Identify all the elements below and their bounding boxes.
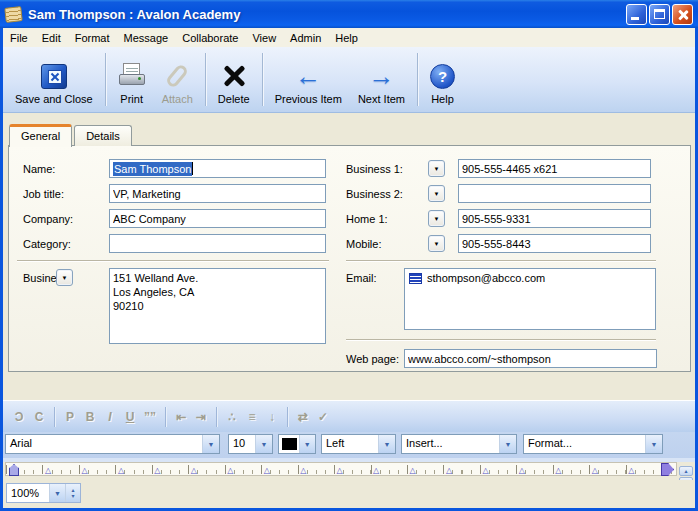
chevron-down-icon[interactable]: ▼ (378, 435, 395, 453)
format-combo[interactable]: Format... ▼ (523, 434, 663, 454)
business1-input[interactable] (458, 159, 651, 178)
bold-icon: B (80, 410, 100, 424)
menu-view[interactable]: View (245, 30, 283, 46)
delete-label: Delete (218, 93, 250, 105)
menu-file[interactable]: File (3, 30, 35, 46)
tabstop-marker[interactable]: △ (337, 467, 343, 475)
chevron-down-icon[interactable]: ▼ (645, 435, 662, 453)
alignment-value: Left (322, 435, 378, 453)
paperclip-icon (165, 63, 190, 89)
category-input[interactable] (109, 234, 326, 253)
menu-format[interactable]: Format (68, 30, 117, 46)
business1-label: Business 1: (346, 163, 403, 175)
mobile-input[interactable] (458, 234, 651, 253)
insert-combo[interactable]: Insert... ▼ (401, 434, 517, 454)
indent-increase-icon: ⇥ (191, 410, 211, 424)
format-separator (216, 407, 217, 427)
titlebar[interactable]: Sam Thompson : Avalon Academy (0, 0, 698, 28)
text-caret (192, 162, 193, 175)
ruler[interactable]: △△△△△△△△△△△△△△△△△ (5, 462, 677, 476)
help-label: Help (431, 93, 454, 105)
tabstop-marker[interactable]: △ (300, 467, 306, 475)
email-label: Email: (346, 272, 377, 284)
tabstop-marker[interactable]: △ (118, 467, 124, 475)
menu-edit[interactable]: Edit (35, 30, 68, 46)
next-item-button[interactable]: → Next Item (350, 47, 413, 112)
menu-message[interactable]: Message (117, 30, 176, 46)
name-input[interactable]: Sam Thompson (109, 159, 326, 178)
previous-item-button[interactable]: ← Previous Item (267, 47, 350, 112)
business2-input[interactable] (458, 184, 651, 203)
zoom-down-icon[interactable]: ▾ (71, 493, 74, 499)
tab-general[interactable]: General (9, 124, 72, 147)
delete-button[interactable]: Delete (210, 47, 258, 112)
print-button[interactable]: Print (110, 47, 154, 112)
tabstop-marker[interactable]: △ (264, 467, 270, 475)
font-family-combo[interactable]: Arial ▼ (5, 434, 220, 454)
company-input[interactable] (109, 209, 326, 228)
dropdown-triangle-icon: ▼ (434, 216, 440, 222)
minimize-button[interactable] (626, 4, 647, 25)
help-button[interactable]: ? Help (422, 47, 463, 112)
job-title-input[interactable] (109, 184, 326, 203)
chevron-down-icon[interactable]: ▼ (299, 435, 315, 453)
chevron-down-icon[interactable]: ▼ (202, 435, 219, 453)
paragraph-style-icon: P (60, 410, 80, 424)
zoom-dropdown-button[interactable]: ▼ (49, 484, 65, 502)
tabstop-marker[interactable]: △ (81, 467, 87, 475)
line-spacing-icon: ∴ (222, 410, 242, 424)
tabstop-marker[interactable]: △ (555, 467, 561, 475)
tabstop-marker[interactable]: △ (154, 467, 160, 475)
font-size-combo[interactable]: 10 ▼ (228, 434, 273, 454)
client-area: File Edit Format Message Collaborate Vie… (3, 28, 695, 508)
chevron-down-icon[interactable]: ▼ (499, 435, 516, 453)
home1-selector-button[interactable]: ▼ (428, 210, 445, 227)
menu-help[interactable]: Help (328, 30, 365, 46)
main-toolbar: Save and Close Print Attach Delete ← Pre… (3, 47, 695, 113)
business-address-selector-button[interactable]: ▼ (56, 269, 73, 286)
maximize-icon (654, 9, 665, 19)
email-input[interactable]: sthompson@abcco.com (404, 268, 656, 330)
tab-details[interactable]: Details (74, 125, 132, 146)
save-and-close-label: Save and Close (15, 93, 93, 105)
color-swatch (282, 438, 297, 450)
menu-admin[interactable]: Admin (283, 30, 328, 46)
webpage-input[interactable] (404, 349, 657, 368)
tabstop-marker[interactable]: △ (191, 467, 197, 475)
chevron-down-icon[interactable]: ▼ (255, 435, 272, 453)
format-separator (165, 407, 166, 427)
font-family-value: Arial (6, 435, 202, 453)
tabstop-marker[interactable]: △ (227, 467, 233, 475)
mobile-selector-button[interactable]: ▼ (428, 235, 445, 252)
tabstop-marker[interactable]: △ (45, 467, 51, 475)
zoom-spinner[interactable]: ▴ ▾ (65, 484, 80, 502)
paragraph-spacing-icon: ≡ (242, 410, 262, 424)
print-label: Print (120, 93, 143, 105)
close-button[interactable] (672, 4, 693, 25)
business1-selector-button[interactable]: ▼ (428, 160, 445, 177)
tabstop-marker[interactable]: △ (446, 467, 452, 475)
contact-window: Sam Thompson : Avalon Academy File Edit … (0, 0, 698, 511)
tabstop-marker[interactable]: △ (482, 467, 488, 475)
save-and-close-button[interactable]: Save and Close (7, 47, 101, 112)
tabstop-marker[interactable]: △ (410, 467, 416, 475)
home1-label: Home 1: (346, 213, 388, 225)
maximize-button[interactable] (649, 4, 670, 25)
font-color-combo[interactable]: ▼ (278, 434, 316, 454)
name-selected-text: Sam Thompson (113, 162, 192, 176)
tabstop-marker[interactable]: △ (628, 467, 634, 475)
attach-button: Attach (154, 47, 201, 112)
zoom-value: 100% (7, 484, 49, 502)
tabstop-marker[interactable]: △ (519, 467, 525, 475)
dropdown-triangle-icon: ▼ (62, 275, 68, 281)
alignment-combo[interactable]: Left ▼ (321, 434, 396, 454)
window-title: Sam Thompson : Avalon Academy (28, 7, 626, 22)
tabstop-marker[interactable]: △ (592, 467, 598, 475)
business2-selector-button[interactable]: ▼ (428, 185, 445, 202)
business-address-input[interactable]: 151 Welland Ave. Los Angeles, CA 90210 (109, 268, 326, 344)
category-label: Category: (23, 238, 71, 250)
home1-input[interactable] (458, 209, 651, 228)
tabstop-marker[interactable]: △ (373, 467, 379, 475)
menu-collaborate[interactable]: Collaborate (175, 30, 245, 46)
scroll-up-button[interactable]: ▴ (679, 466, 693, 476)
